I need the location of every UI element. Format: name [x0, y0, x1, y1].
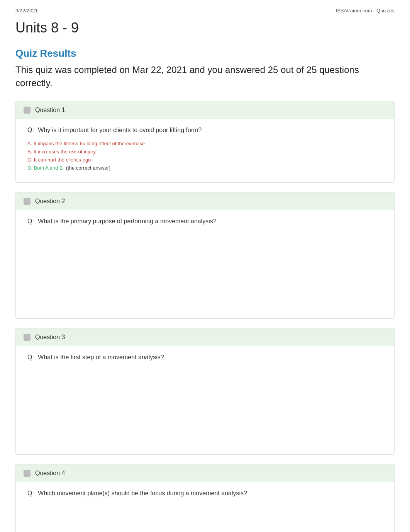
answer-option-1-1: A. It impairs the fitness-building effec…	[27, 141, 383, 146]
question-block-2: Question 2Q: What is the primary purpose…	[15, 192, 395, 319]
site-label: ISSAtrainer.com - Quizzes	[336, 8, 395, 14]
question-body-4: Q: Which movement plane(s) should be the…	[16, 482, 394, 532]
question-indicator-1	[24, 107, 30, 114]
answer-spacer-4	[27, 504, 383, 532]
q-label-1: Q:	[27, 127, 34, 133]
question-text-1: Q: Why is it important for your clients …	[27, 127, 383, 134]
question-indicator-3	[24, 334, 30, 341]
question-number-4: Question 4	[35, 470, 65, 477]
quiz-results-heading: Quiz Results	[15, 48, 395, 59]
question-block-3: Question 3Q: What is the first step of a…	[15, 328, 395, 455]
answer-option-1-2: B. It increases the risk of injury	[27, 149, 383, 155]
q-label-2: Q:	[27, 218, 34, 224]
question-number-2: Question 2	[35, 198, 65, 205]
question-block-4: Question 4Q: Which movement plane(s) sho…	[15, 464, 395, 532]
answer-spacer-3	[27, 368, 383, 445]
date-label: 3/22/2021	[15, 8, 38, 14]
answer-option-1-3: C. It can hurt the client's ego	[27, 157, 383, 163]
question-body-1: Q: Why is it important for your clients …	[16, 119, 394, 182]
question-text-2: Q: What is the primary purpose of perfor…	[27, 218, 383, 225]
q-label-3: Q:	[27, 354, 34, 360]
q-label-4: Q:	[27, 490, 34, 496]
question-number-3: Question 3	[35, 334, 65, 341]
quiz-completion-text: This quiz was completed on Mar 22, 2021 …	[15, 63, 395, 89]
question-body-3: Q: What is the first step of a movement …	[16, 346, 394, 454]
answer-spacer-2	[27, 232, 383, 309]
question-text-3: Q: What is the first step of a movement …	[27, 354, 383, 361]
correct-label-1: (the correct answer)	[66, 165, 111, 171]
question-header-3: Question 3	[16, 328, 394, 346]
question-indicator-2	[24, 198, 30, 205]
question-text-4: Q: Which movement plane(s) should be the…	[27, 490, 383, 497]
question-indicator-4	[24, 470, 30, 477]
question-body-2: Q: What is the primary purpose of perfor…	[16, 210, 394, 318]
question-number-1: Question 1	[35, 107, 65, 114]
question-block-1: Question 1Q: Why is it important for you…	[15, 101, 395, 183]
question-header-1: Question 1	[16, 101, 394, 119]
page-title: Units 8 - 9	[15, 20, 395, 36]
answer-option-1-4: D. Both A and B(the correct answer)	[27, 165, 383, 171]
question-header-4: Question 4	[16, 464, 394, 482]
question-header-2: Question 2	[16, 192, 394, 210]
